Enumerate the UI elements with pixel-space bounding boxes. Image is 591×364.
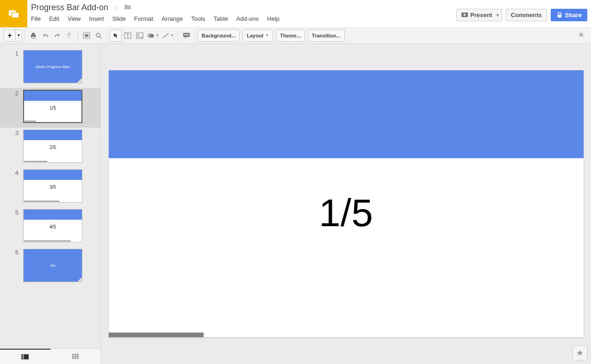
shape-tool[interactable]: ▼	[146, 30, 161, 42]
explore-button[interactable]	[572, 345, 587, 360]
slide-thumb-5[interactable]: 54/5	[0, 207, 100, 247]
undo-icon	[42, 32, 49, 39]
paint-format-button[interactable]	[63, 30, 75, 42]
menu-insert[interactable]: Insert	[89, 15, 104, 22]
chevron-down-icon[interactable]: ▼	[15, 30, 22, 41]
menu-format[interactable]: Format	[134, 15, 153, 22]
line-tool[interactable]: ▼	[161, 30, 175, 42]
zoom-fit-button[interactable]	[81, 30, 93, 42]
doc-title[interactable]: Progress Bar Add-on	[31, 3, 108, 12]
filmstrip-icon	[21, 354, 29, 360]
svg-rect-25	[21, 358, 23, 359]
comments-button[interactable]: Comments	[506, 9, 547, 21]
new-slide-button[interactable]: + ▼	[4, 30, 22, 42]
zoom-icon	[95, 32, 102, 39]
menu-file[interactable]: File	[31, 15, 41, 22]
slide-thumb-6[interactable]: 65/5	[0, 247, 100, 287]
redo-button[interactable]	[51, 30, 63, 42]
svg-rect-28	[75, 354, 76, 355]
explore-icon	[576, 349, 584, 357]
menu-help[interactable]: Help	[267, 15, 280, 22]
slide-canvas[interactable]: 1/5	[109, 70, 584, 337]
thumb-preview[interactable]: 1/5	[23, 90, 82, 123]
menu-edit[interactable]: Edit	[49, 15, 59, 22]
thumb-preview[interactable]: 3/5	[23, 169, 82, 203]
svg-rect-7	[67, 33, 71, 35]
plus-icon: +	[4, 30, 15, 41]
collapse-toolbar-button[interactable]	[575, 30, 587, 42]
transition-button[interactable]: Transition...	[308, 30, 345, 42]
menu-arrange[interactable]: Arrange	[162, 15, 183, 22]
slide-header-shape[interactable]	[109, 70, 584, 158]
svg-rect-6	[32, 37, 35, 38]
svg-rect-5	[32, 33, 35, 35]
thumb-preview[interactable]: Slides Progress Bars	[23, 50, 82, 83]
share-button[interactable]: Share	[551, 9, 587, 21]
slide-thumb-3[interactable]: 32/5	[0, 128, 100, 167]
layout-button[interactable]: Layout▼	[243, 30, 273, 42]
menu-tools[interactable]: Tools	[191, 15, 205, 22]
svg-rect-27	[72, 354, 74, 355]
svg-line-12	[100, 37, 101, 38]
thumb-preview[interactable]: 5/5	[23, 249, 82, 282]
image-tool[interactable]	[134, 30, 146, 42]
comment-tool[interactable]	[180, 30, 193, 42]
present-label: Present	[470, 12, 492, 19]
print-button[interactable]	[27, 30, 39, 42]
theme-button[interactable]: Theme...	[276, 30, 305, 42]
thumb-number: 2	[4, 90, 23, 123]
slide-progress-bar[interactable]	[109, 333, 204, 337]
slide-panel[interactable]: 1Slides Progress Bars21/532/543/554/565/…	[0, 43, 101, 364]
thumb-number: 4	[4, 169, 23, 203]
thumb-progress-bar	[25, 121, 36, 122]
svg-rect-35	[77, 358, 79, 359]
thumb-progress-bar	[24, 241, 71, 241]
svg-rect-29	[77, 354, 79, 355]
canvas-area[interactable]: 1/5	[101, 43, 591, 364]
grid-view-button[interactable]	[50, 349, 101, 364]
print-icon	[30, 32, 37, 39]
filmstrip-view-button[interactable]	[0, 349, 50, 364]
slide-body-text[interactable]: 1/5	[109, 191, 584, 235]
zoom-button[interactable]	[93, 30, 105, 42]
svg-rect-3	[558, 15, 561, 18]
present-dropdown[interactable]: ▼	[494, 9, 502, 21]
textbox-tool[interactable]: T	[122, 30, 134, 42]
play-icon	[461, 12, 468, 18]
slide-thumb-4[interactable]: 43/5	[0, 167, 100, 207]
thumb-header-shape	[24, 91, 81, 101]
menu-slide[interactable]: Slide	[112, 15, 126, 22]
svg-rect-24	[21, 356, 23, 358]
star-icon[interactable]: ☆	[113, 3, 119, 12]
select-tool[interactable]	[110, 30, 122, 42]
slides-logo[interactable]	[0, 0, 27, 27]
paint-icon	[66, 32, 73, 39]
thumb-preview[interactable]: 2/5	[23, 130, 82, 163]
svg-rect-10	[85, 34, 88, 37]
slide-thumb-1[interactable]: 1Slides Progress Bars	[0, 48, 100, 88]
svg-rect-33	[72, 358, 74, 359]
undo-button[interactable]	[39, 30, 51, 42]
svg-rect-18	[150, 34, 154, 37]
background-button[interactable]: Background...	[198, 30, 240, 42]
menu-table[interactable]: Table	[214, 15, 228, 22]
present-button[interactable]: Present	[456, 9, 498, 21]
share-label: Share	[565, 12, 582, 19]
thumb-body-text: 1/5	[24, 105, 81, 111]
thumb-number: 3	[4, 130, 23, 163]
menu-addons[interactable]: Add-ons	[236, 15, 259, 22]
menu-view[interactable]: View	[68, 15, 81, 22]
slide-thumb-2[interactable]: 21/5	[0, 88, 100, 128]
chevron-down-icon: ▼	[265, 33, 269, 37]
svg-rect-8	[68, 35, 69, 38]
thumb-preview[interactable]: 4/5	[23, 209, 82, 242]
svg-point-16	[138, 34, 139, 35]
textbox-icon: T	[124, 32, 131, 39]
folder-icon[interactable]	[124, 4, 131, 12]
shape-icon	[147, 32, 155, 39]
header: Progress Bar Add-on ☆ File Edit View Ins…	[0, 0, 591, 27]
svg-point-11	[96, 33, 100, 37]
thumb-number: 6	[4, 249, 23, 282]
lock-icon	[556, 12, 563, 19]
svg-rect-1	[12, 12, 19, 18]
